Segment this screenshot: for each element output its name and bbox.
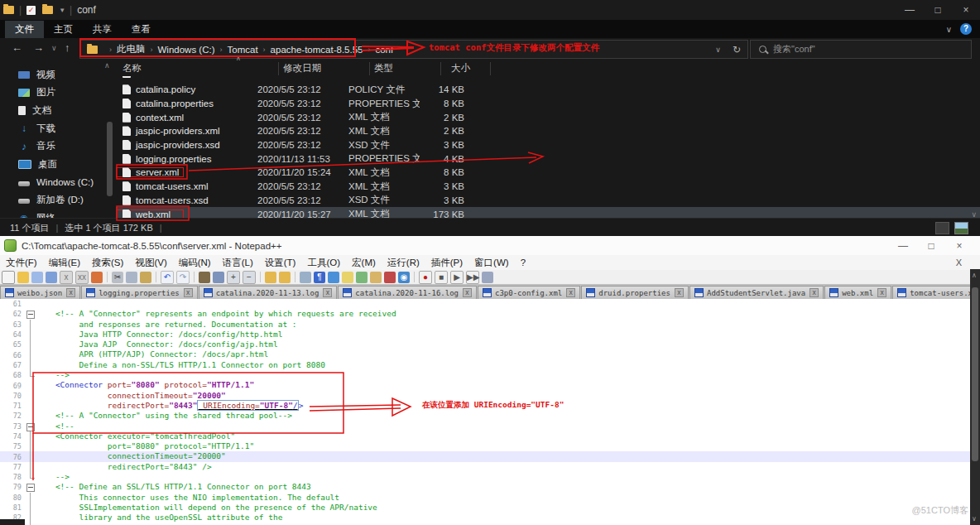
- back-button[interactable]: ←: [12, 41, 22, 54]
- menu-工具[interactable]: 工具(O): [301, 257, 346, 269]
- close-tab-icon[interactable]: x: [66, 288, 75, 297]
- word-wrap-icon[interactable]: [300, 272, 311, 283]
- menu-插件[interactable]: 插件(P): [425, 257, 468, 269]
- table-row[interactable]: jaspic-providers.xsd2020/5/5 23:12XSD 文件…: [116, 138, 980, 152]
- eye-icon[interactable]: ◉: [398, 272, 410, 283]
- menu-视图[interactable]: 视图(V): [129, 257, 172, 269]
- editor-scrollbar[interactable]: ∧ ∨: [970, 269, 980, 525]
- sync-vertical-icon[interactable]: [265, 272, 276, 283]
- table-row[interactable]: context.xml2020/5/5 23:12XML 文档2 KB: [116, 110, 980, 124]
- breadcrumb-item[interactable]: Tomcat: [228, 45, 258, 55]
- code-line[interactable]: 77 redirectPort="8443" />: [0, 462, 980, 472]
- breadcrumb-item[interactable]: conf: [375, 45, 393, 55]
- code-line[interactable]: 81 SSLImplementation will depend on the …: [0, 503, 980, 513]
- indent-guide-icon[interactable]: [328, 272, 339, 283]
- close-doc-icon[interactable]: x: [60, 271, 73, 284]
- fold-margin[interactable]: [25, 482, 36, 492]
- code-line[interactable]: 61: [0, 299, 980, 309]
- code-line[interactable]: 78 -->: [0, 472, 980, 482]
- sidebar-item-documents[interactable]: 文档: [0, 102, 106, 118]
- close-document-icon[interactable]: X: [956, 258, 962, 267]
- sidebar-scrollbar[interactable]: [107, 122, 113, 196]
- stop-macro-icon[interactable]: ■: [435, 271, 448, 284]
- code-line[interactable]: 68 -->: [0, 370, 980, 380]
- minimize-button[interactable]: —: [896, 0, 924, 20]
- column-header-name[interactable]: 名称: [122, 62, 142, 75]
- paste-icon[interactable]: [140, 272, 151, 283]
- sidebar-item-pictures[interactable]: 图片: [0, 84, 106, 101]
- replace-icon[interactable]: [213, 272, 224, 283]
- save-macro-icon[interactable]: [482, 272, 493, 283]
- scroll-down-icon[interactable]: ∨: [972, 515, 977, 523]
- sidebar-item-video[interactable]: 视频: [0, 66, 106, 83]
- record-macro-icon[interactable]: ●: [419, 271, 432, 284]
- save-all-icon[interactable]: [46, 272, 57, 283]
- close-tab-icon[interactable]: x: [566, 288, 575, 297]
- menu-文件[interactable]: 文件(F): [0, 257, 43, 269]
- menu-窗口[interactable]: 窗口(W): [468, 257, 515, 269]
- close-tab-icon[interactable]: x: [809, 288, 819, 297]
- save-icon[interactable]: [31, 272, 43, 283]
- tab-catalina.2020-11-13.log[interactable]: catalina.2020-11-13.logx: [199, 286, 338, 299]
- table-row[interactable]: server.xml2020/11/20 15:24XML 文档8 KB: [116, 166, 980, 180]
- code-line[interactable]: 76 connectionTimeout="20000": [0, 451, 980, 461]
- zoom-out-icon[interactable]: −: [243, 271, 256, 284]
- code-line[interactable]: 82 library and the useOpenSSL attribute …: [0, 513, 980, 523]
- menu-编码[interactable]: 编码(N): [173, 257, 217, 269]
- menu-搜索[interactable]: 搜索(S): [86, 257, 129, 269]
- multi-run-macro-icon[interactable]: ▶▶: [466, 271, 479, 284]
- code-line[interactable]: 74 <Connector executor="tomcatThreadPool…: [0, 431, 980, 441]
- refresh-icon[interactable]: ↻: [733, 44, 741, 55]
- tab-web.xml[interactable]: web.xmlx: [824, 286, 891, 299]
- paragraph-icon[interactable]: ¶: [314, 272, 325, 283]
- code-line[interactable]: 66 APR (HTTP/AJP) Connector: /docs/apr.h…: [0, 349, 980, 359]
- close-tab-icon[interactable]: x: [323, 288, 332, 297]
- close-button[interactable]: ×: [952, 0, 980, 20]
- table-row[interactable]: catalina.properties2020/5/5 23:12PROPERT…: [116, 97, 980, 111]
- zoom-in-icon[interactable]: +: [227, 271, 240, 284]
- table-row[interactable]: logging.properties2020/11/13 11:53PROPER…: [116, 152, 980, 166]
- sidebar-item-music[interactable]: ♪音乐: [0, 138, 106, 155]
- close-tab-icon[interactable]: x: [184, 288, 193, 297]
- fold-collapse-icon[interactable]: [26, 423, 35, 431]
- fold-margin[interactable]: [25, 421, 36, 431]
- thumbnail-view-icon[interactable]: [954, 222, 968, 234]
- close-tab-icon[interactable]: x: [463, 288, 472, 297]
- code-line[interactable]: 79 <!-- Define an SSL/TLS HTTP/1.1 Conne…: [0, 482, 980, 492]
- table-row[interactable]: Catalina: [116, 76, 980, 83]
- code-line[interactable]: 65 Java AJP Connector: /docs/config/ajp.…: [0, 340, 980, 349]
- close-button[interactable]: ×: [945, 236, 973, 256]
- maximize-button[interactable]: □: [917, 236, 945, 256]
- scroll-up-icon[interactable]: ∧: [972, 272, 977, 279]
- ribbon-tab-文件[interactable]: 文件: [5, 21, 44, 38]
- menu-运行[interactable]: 运行(R): [382, 257, 425, 269]
- search-input[interactable]: 搜索"conf": [773, 43, 815, 55]
- tab-logging.properties[interactable]: logging.propertiesx: [81, 286, 198, 299]
- find-icon[interactable]: [199, 272, 210, 283]
- ribbon-collapse-icon[interactable]: ∨: [946, 25, 952, 34]
- search-box[interactable]: 搜索"conf": [750, 40, 972, 59]
- tab-druid.properties[interactable]: druid.propertiesx: [581, 286, 689, 299]
- folder-icon[interactable]: [3, 6, 14, 14]
- menu-编辑[interactable]: 编辑(E): [43, 257, 86, 269]
- undo-icon[interactable]: ↶: [161, 271, 174, 284]
- sidebar-item-drive-c[interactable]: Windows (C:): [0, 174, 106, 190]
- code-line[interactable]: 63 and responses are returned. Documenta…: [0, 320, 980, 330]
- fold-margin[interactable]: [25, 309, 36, 319]
- breadcrumb-item[interactable]: 此电脑: [117, 43, 146, 55]
- sidebar-item-downloads[interactable]: ↓下载: [0, 120, 106, 137]
- help-icon[interactable]: ?: [960, 23, 972, 35]
- code-line[interactable]: 73 <!--: [0, 421, 980, 431]
- code-line[interactable]: 69 <Connector port="8080" protocol="HTTP…: [0, 380, 980, 390]
- tab-AddStudentServlet.java[interactable]: AddStudentServlet.javax: [689, 286, 824, 299]
- breadcrumb-item[interactable]: apache-tomcat-8.5.55: [271, 45, 363, 55]
- tab-c3p0-config.xml[interactable]: c3p0-config.xmlx: [478, 286, 580, 299]
- redo-icon[interactable]: ↷: [176, 271, 190, 284]
- address-bar[interactable]: ›此电脑›Windows (C:)›Tomcat›apache-tomcat-8…: [79, 40, 748, 59]
- cut-icon[interactable]: ✂: [112, 272, 123, 283]
- table-row[interactable]: catalina.policy2020/5/5 23:12POLICY 文件14…: [116, 83, 980, 97]
- fold-collapse-icon[interactable]: [26, 311, 35, 319]
- ribbon-tab-查看[interactable]: 查看: [122, 21, 161, 38]
- menu-?[interactable]: ?: [515, 258, 531, 267]
- column-header-date[interactable]: 修改日期: [283, 62, 321, 75]
